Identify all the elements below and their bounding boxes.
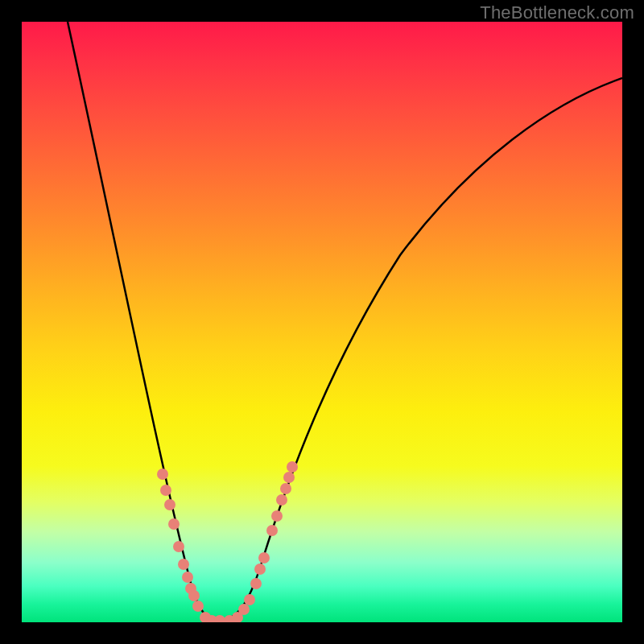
data-marker bbox=[214, 615, 225, 622]
marker-group-right bbox=[232, 461, 298, 622]
data-marker bbox=[244, 594, 255, 605]
data-marker bbox=[164, 499, 175, 510]
data-marker bbox=[182, 572, 193, 583]
data-marker bbox=[238, 604, 250, 615]
watermark-text: TheBottleneck.com bbox=[480, 2, 634, 23]
data-marker bbox=[271, 510, 283, 522]
data-marker bbox=[258, 552, 270, 564]
data-marker bbox=[188, 590, 200, 601]
data-marker bbox=[287, 461, 298, 473]
marker-group-left bbox=[157, 469, 211, 622]
data-marker bbox=[266, 525, 278, 536]
data-marker bbox=[250, 578, 262, 589]
data-marker bbox=[160, 485, 171, 496]
data-marker bbox=[280, 483, 291, 494]
data-marker bbox=[157, 469, 168, 480]
data-marker bbox=[276, 494, 287, 506]
data-marker bbox=[168, 518, 180, 530]
marker-group-bottom bbox=[206, 615, 235, 622]
data-marker bbox=[173, 541, 184, 552]
data-marker bbox=[283, 472, 295, 483]
chart-svg bbox=[22, 22, 622, 622]
data-marker bbox=[192, 601, 204, 612]
bottleneck-curve bbox=[68, 22, 622, 621]
chart-frame: TheBottleneck.com bbox=[0, 0, 644, 644]
data-marker bbox=[254, 564, 266, 575]
data-marker bbox=[178, 559, 189, 570]
plot-area bbox=[22, 22, 622, 622]
